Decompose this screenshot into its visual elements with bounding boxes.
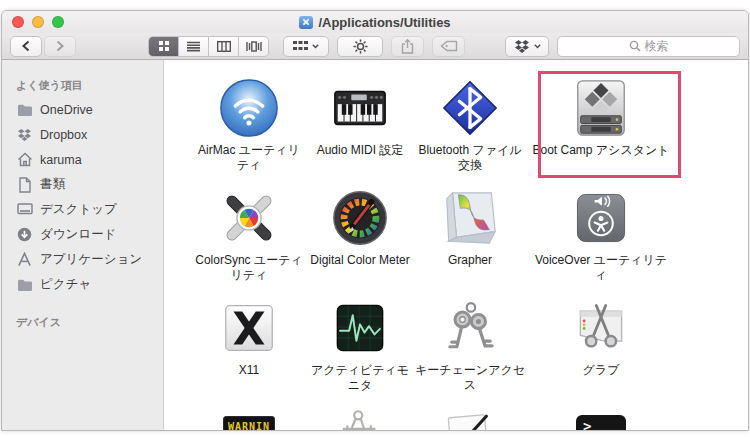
digital-color-meter-icon: [328, 186, 392, 250]
folder-icon: [16, 276, 33, 293]
icon-view-icon: [158, 40, 170, 52]
finder-window: /Applications/Utilities: [1, 10, 749, 431]
script-editor-icon: [438, 406, 502, 431]
dropbox-button[interactable]: [505, 36, 549, 57]
icon-view: AirMac ユーティリティ Audio MIDI 設定: [164, 60, 748, 431]
airmac-utility-icon: [217, 76, 281, 140]
app-digital-color-meter[interactable]: Digital Color Meter: [306, 182, 414, 292]
colorsync-utility-icon: [217, 186, 281, 250]
app-keychain-access[interactable]: キーチェーンアクセス: [414, 292, 526, 402]
grapher-icon: [438, 186, 502, 250]
keychain-access-icon: [438, 296, 502, 360]
arrange-icon: [293, 40, 308, 52]
app-label: Bluetooth ファイル交換: [414, 143, 526, 173]
sidebar-item-label: ピクチャ: [40, 276, 91, 293]
app-label: キーチェーンアクセス: [414, 363, 526, 393]
chevron-right-icon: [55, 40, 65, 52]
share-button[interactable]: [391, 36, 424, 57]
sidebar: よく使う項目 OneDrive Dropbox karuma 書類 デスクトップ: [2, 60, 164, 431]
minimize-button[interactable]: [32, 16, 44, 28]
app-system-information[interactable]: [306, 402, 414, 431]
sidebar-item-label: デスクトップ: [40, 201, 117, 218]
screenshot: /Applications/Utilities: [0, 0, 750, 437]
sidebar-item-label: OneDrive: [40, 103, 93, 117]
app-grapher[interactable]: Grapher: [414, 182, 526, 292]
app-voiceover-utility[interactable]: VoiceOver ユーティリティ: [526, 182, 676, 292]
sidebar-item-label: アプリケーション: [40, 251, 142, 268]
sidebar-item-onedrive[interactable]: OneDrive: [2, 97, 163, 122]
app-label: ColorSync ユーティリティ: [192, 253, 306, 283]
sidebar-item-label: Dropbox: [40, 128, 87, 142]
app-grab[interactable]: グラブ: [526, 292, 676, 402]
sidebar-item-desktop[interactable]: デスクトップ: [2, 197, 163, 222]
console-icon-text: WARNIN: [228, 421, 270, 431]
back-button[interactable]: [10, 36, 42, 57]
app-script-editor[interactable]: [414, 402, 526, 431]
app-label: Audio MIDI 設定: [317, 143, 404, 158]
list-view-button[interactable]: [179, 37, 209, 56]
download-icon: [16, 226, 33, 243]
dropbox-icon: [514, 39, 530, 54]
sidebar-item-applications[interactable]: アプリケーション: [2, 247, 163, 272]
action-button[interactable]: [337, 36, 383, 57]
list-view-icon: [187, 41, 200, 52]
sidebar-item-documents[interactable]: 書類: [2, 172, 163, 197]
sidebar-section-favorites: よく使う項目: [2, 78, 163, 97]
dropbox-icon: [16, 126, 33, 143]
app-terminal[interactable]: >_: [526, 402, 676, 431]
app-label: Digital Color Meter: [310, 253, 409, 268]
gear-icon: [353, 39, 368, 54]
home-icon: [16, 151, 33, 168]
sidebar-item-downloads[interactable]: ダウンロード: [2, 222, 163, 247]
app-activity-monitor[interactable]: アクティビティモニタ: [306, 292, 414, 402]
share-icon: [401, 39, 414, 54]
view-mode-control: [148, 36, 269, 57]
icon-view-button[interactable]: [149, 37, 179, 56]
title-bar[interactable]: /Applications/Utilities: [2, 11, 748, 33]
tag-button[interactable]: [432, 36, 465, 57]
forward-button[interactable]: [44, 36, 76, 57]
search-placeholder: 検索: [645, 38, 669, 55]
sidebar-item-pictures[interactable]: ピクチャ: [2, 272, 163, 297]
sidebar-item-dropbox[interactable]: Dropbox: [2, 122, 163, 147]
applications-icon: [16, 251, 33, 268]
app-colorsync-utility[interactable]: ColorSync ユーティリティ: [192, 182, 306, 292]
coverflow-view-button[interactable]: [239, 37, 268, 56]
sidebar-item-label: ダウンロード: [40, 226, 116, 243]
search-input[interactable]: 検索: [557, 36, 740, 57]
sidebar-section-devices: デバイス: [2, 315, 163, 334]
close-button[interactable]: [12, 16, 24, 28]
utilities-folder-icon: [299, 16, 313, 29]
chevron-down-icon: [534, 44, 541, 49]
app-bluetooth-file-exchange[interactable]: Bluetooth ファイル交換: [414, 72, 526, 182]
app-airmac-utility[interactable]: AirMac ユーティリティ: [192, 72, 306, 182]
app-boot-camp-assistant[interactable]: Boot Camp アシスタント: [526, 72, 676, 182]
terminal-icon: >_: [576, 415, 626, 431]
boot-camp-assistant-icon: [569, 76, 633, 140]
sidebar-item-label: 書類: [40, 176, 65, 193]
app-audio-midi-setup[interactable]: Audio MIDI 設定: [306, 72, 414, 182]
activity-monitor-icon: [328, 296, 392, 360]
column-view-button[interactable]: [209, 37, 239, 56]
coverflow-view-icon: [246, 41, 262, 52]
tag-icon: [440, 40, 458, 52]
desktop-icon: [16, 201, 33, 218]
folder-icon: [16, 101, 33, 118]
sidebar-item-home[interactable]: karuma: [2, 147, 163, 172]
arrange-button[interactable]: [283, 36, 329, 57]
app-console[interactable]: WARNIN: [192, 402, 306, 431]
zoom-button[interactable]: [52, 16, 64, 28]
audio-midi-setup-icon: [328, 76, 392, 140]
terminal-icon-text: >_: [583, 418, 600, 431]
documents-icon: [16, 176, 33, 193]
chevron-down-icon: [312, 44, 319, 49]
column-view-icon: [217, 41, 231, 52]
console-icon: WARNIN: [223, 416, 275, 431]
system-information-icon: [328, 406, 392, 431]
sidebar-item-label: karuma: [40, 153, 82, 167]
app-label: Boot Camp アシスタント: [532, 143, 669, 158]
app-x11[interactable]: X11: [192, 292, 306, 402]
chevron-left-icon: [21, 40, 31, 52]
app-label: アクティビティモニタ: [306, 363, 414, 393]
window-title: /Applications/Utilities: [318, 15, 450, 30]
